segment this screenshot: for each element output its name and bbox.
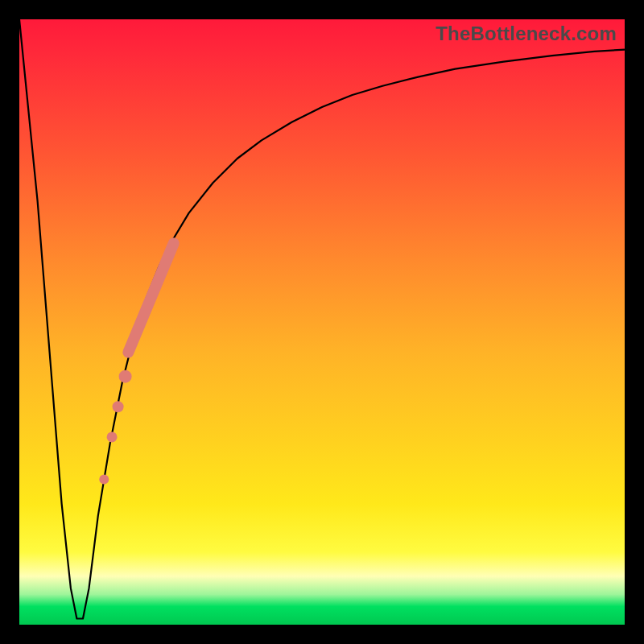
plot-area: TheBottleneck.com xyxy=(19,19,625,625)
marker-dot xyxy=(113,401,124,412)
bottleneck-curve xyxy=(19,19,625,619)
bottleneck-chart xyxy=(19,19,625,625)
marker-dot xyxy=(99,475,109,485)
marker-dot xyxy=(119,370,132,383)
marker-dots xyxy=(99,370,131,485)
chart-frame: TheBottleneck.com xyxy=(0,0,644,644)
marker-dot xyxy=(107,431,118,442)
marker-stroke xyxy=(128,243,173,352)
